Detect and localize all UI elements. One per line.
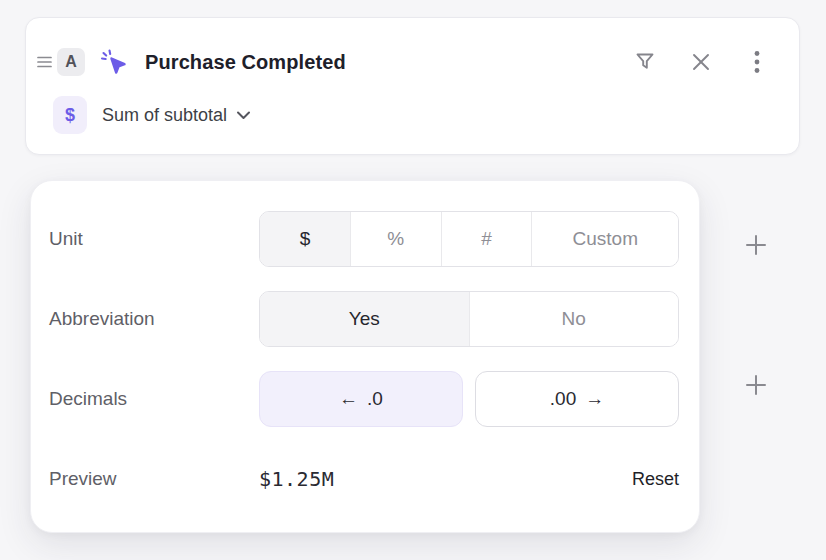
add-metric-button-top[interactable] xyxy=(738,227,774,263)
unit-option-custom[interactable]: Custom xyxy=(531,212,678,266)
abbreviation-option-yes[interactable]: Yes xyxy=(260,292,469,346)
unit-option-dollar[interactable]: $ xyxy=(260,212,350,266)
abbreviation-label: Abbreviation xyxy=(49,308,259,330)
decimals-increase-button[interactable]: .00 → xyxy=(475,371,679,427)
decimals-label: Decimals xyxy=(49,388,259,410)
close-icon[interactable] xyxy=(689,50,713,74)
abbreviation-row: Abbreviation Yes No xyxy=(49,291,679,347)
event-card: A Purchase Completed xyxy=(25,17,800,155)
abbreviation-option-no[interactable]: No xyxy=(469,292,679,346)
event-header-row: A Purchase Completed xyxy=(33,46,769,78)
event-title: Purchase Completed xyxy=(145,51,346,74)
event-order-badge: A xyxy=(57,48,85,76)
preview-value: $1.25M xyxy=(259,467,334,491)
plus-icon xyxy=(745,234,767,256)
filter-icon[interactable] xyxy=(633,50,657,74)
decimals-increase-label: .00 xyxy=(550,388,576,410)
reset-button[interactable]: Reset xyxy=(632,469,679,490)
page: A Purchase Completed xyxy=(0,0,826,560)
arrow-left-icon: ← xyxy=(339,388,358,410)
unit-label: Unit xyxy=(49,228,259,250)
metric-row: $ Sum of subtotal xyxy=(53,96,251,134)
preview-row: Preview $1.25M Reset xyxy=(49,451,679,507)
kebab-menu-icon[interactable] xyxy=(745,50,769,74)
decimals-decrease-label: .0 xyxy=(367,388,383,410)
arrow-right-icon: → xyxy=(585,388,604,410)
cursor-click-icon xyxy=(99,47,129,77)
unit-option-number[interactable]: # xyxy=(441,212,532,266)
unit-row: Unit $ % # Custom xyxy=(49,211,679,267)
metric-selector[interactable]: $ Sum of subtotal xyxy=(53,96,251,134)
preview-label: Preview xyxy=(49,468,259,490)
decimals-controls: ← .0 .00 → xyxy=(259,371,679,427)
event-actions xyxy=(633,50,769,74)
unit-segmented-control: $ % # Custom xyxy=(259,211,679,267)
abbreviation-segmented-control: Yes No xyxy=(259,291,679,347)
unit-option-percent[interactable]: % xyxy=(350,212,441,266)
decimals-decrease-button[interactable]: ← .0 xyxy=(259,371,463,427)
plus-icon xyxy=(745,374,767,396)
dollar-metric-icon: $ xyxy=(53,96,87,134)
drag-handle-icon[interactable] xyxy=(33,51,55,73)
format-panel: Unit $ % # Custom Abbreviation Yes No De… xyxy=(30,180,700,533)
decimals-row: Decimals ← .0 .00 → xyxy=(49,371,679,427)
metric-label: Sum of subtotal xyxy=(102,105,227,126)
chevron-down-icon xyxy=(236,110,251,120)
add-metric-button-bottom[interactable] xyxy=(738,367,774,403)
